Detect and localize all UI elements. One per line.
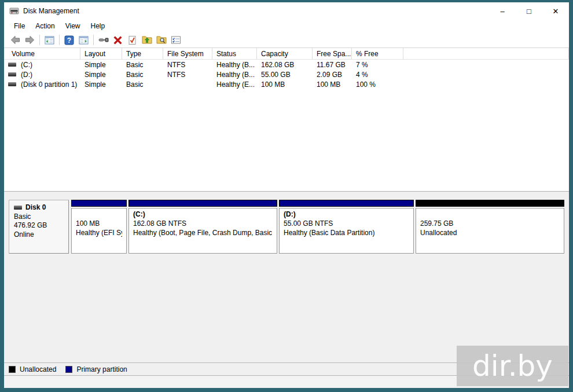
folder-up-button[interactable]	[139, 34, 154, 47]
disk-graphical-view: Disk 0 Basic 476.92 GB Online 100 MB Hea…	[4, 195, 569, 362]
pane-splitter[interactable]	[4, 191, 569, 195]
partition-unallocated[interactable]: 259.75 GB Unallocated	[416, 200, 564, 254]
volume-layout: Simple	[80, 80, 122, 89]
volume-layout: Simple	[80, 71, 122, 79]
partition-strip-3	[416, 200, 564, 207]
column-header-volume[interactable]: Volume	[4, 48, 80, 59]
action-pane-button[interactable]	[76, 34, 91, 47]
partition-body: (C:) 162.08 GB NTFS Healthy (Boot, Page …	[128, 208, 277, 254]
volume-name: (C:)	[21, 61, 32, 69]
volume-type: Basic	[122, 80, 163, 89]
volume-pct-free: 7 %	[352, 61, 403, 69]
explore-folder-icon	[156, 35, 167, 45]
toolbar-separator	[59, 35, 60, 45]
partition-c[interactable]: (C:) 162.08 GB NTFS Healthy (Boot, Page …	[128, 200, 277, 254]
window-title: Disk Management	[23, 7, 79, 15]
legend-label: Primary partition	[76, 365, 127, 373]
volume-capacity: 100 MB	[257, 80, 313, 89]
volume-status: Healthy (E...	[212, 80, 257, 89]
column-header-empty	[403, 48, 569, 59]
close-button[interactable]: ✕	[542, 2, 569, 20]
disk-0-info-panel[interactable]: Disk 0 Basic 476.92 GB Online	[9, 200, 69, 254]
column-header-capacity[interactable]: Capacity	[257, 48, 313, 59]
legend-swatch-0	[9, 366, 16, 373]
window-controls: – □ ✕	[489, 2, 569, 20]
legend-swatch-1	[65, 366, 72, 373]
back-button[interactable]	[8, 34, 23, 47]
remote-computer-button[interactable]	[96, 34, 111, 47]
column-header-layout[interactable]: Layout	[80, 48, 122, 59]
column-header-free-space[interactable]: Free Spa...	[313, 48, 352, 59]
partition-name	[420, 210, 560, 219]
console-tree-button[interactable]	[42, 34, 57, 47]
disk-type: Basic	[14, 213, 64, 222]
menu-file[interactable]: File	[9, 20, 30, 32]
disk-0-row: Disk 0 Basic 476.92 GB Online 100 MB Hea…	[9, 200, 564, 254]
volume-capacity: 162.08 GB	[257, 61, 313, 69]
volume-icon	[8, 63, 16, 67]
maximize-button[interactable]: □	[516, 2, 542, 20]
watermark: dir.by	[457, 346, 568, 386]
toolbar: ?	[4, 32, 569, 48]
partition-name: (D:)	[284, 210, 409, 219]
minimize-button[interactable]: –	[489, 2, 516, 20]
help-button[interactable]: ?	[62, 34, 76, 47]
delete-button[interactable]	[111, 34, 125, 47]
partition-name	[76, 210, 122, 219]
volume-row-d[interactable]: (D:) Simple Basic NTFS Healthy (B... 55.…	[4, 69, 569, 79]
partition-status: Healthy (EFI Sys	[76, 229, 122, 238]
volume-name: (Disk 0 partition 1)	[21, 80, 77, 89]
app-disk-icon	[9, 7, 19, 15]
volume-free-space: 2.09 GB	[313, 71, 352, 79]
volume-type: Basic	[122, 71, 163, 79]
task-list-button[interactable]	[168, 34, 183, 47]
svg-text:?: ?	[67, 36, 71, 45]
partition-body: 259.75 GB Unallocated	[416, 208, 564, 254]
volume-status: Healthy (B...	[212, 71, 257, 79]
volume-pct-free: 4 %	[352, 71, 403, 79]
title-bar: Disk Management – □ ✕	[4, 2, 569, 20]
partition-strip-0	[71, 200, 127, 207]
disk-management-window: Disk Management – □ ✕ File Action View H…	[4, 2, 569, 388]
column-header-status[interactable]: Status	[212, 48, 257, 59]
volume-type: Basic	[122, 61, 163, 69]
help-icon: ?	[64, 35, 74, 45]
column-header-file-system[interactable]: File System	[163, 48, 212, 59]
partition-body: 100 MB Healthy (EFI Sys	[71, 208, 127, 254]
action-pane-icon	[79, 36, 89, 45]
partition-body: (D:) 55.00 GB NTFS Healthy (Basic Data P…	[279, 208, 414, 254]
task-list-icon	[171, 35, 181, 45]
menu-bar: File Action View Help	[4, 20, 569, 32]
volume-list-header: Volume Layout Type File System Status Ca…	[4, 48, 569, 60]
properties-button[interactable]	[125, 34, 139, 47]
volume-fs: NTFS	[163, 71, 212, 79]
column-header-type[interactable]: Type	[122, 48, 163, 59]
legend-unallocated: Unallocated	[9, 365, 56, 373]
volume-free-space: 100 MB	[313, 80, 352, 89]
partition-efi[interactable]: 100 MB Healthy (EFI Sys	[71, 200, 127, 254]
toolbar-separator	[93, 35, 94, 45]
partition-d[interactable]: (D:) 55.00 GB NTFS Healthy (Basic Data P…	[279, 200, 414, 254]
disk-size: 476.92 GB	[14, 221, 64, 230]
menu-action[interactable]: Action	[30, 20, 60, 32]
toolbar-separator	[39, 35, 40, 45]
volume-icon	[8, 82, 16, 86]
menu-help[interactable]: Help	[86, 20, 111, 32]
column-header-pct-free[interactable]: % Free	[352, 48, 403, 59]
remote-computer-icon	[98, 36, 109, 44]
volume-name: (D:)	[21, 71, 32, 79]
partition-size: 100 MB	[76, 219, 122, 229]
properties-check-icon	[127, 35, 137, 45]
forward-icon	[25, 35, 35, 45]
legend-label: Unallocated	[20, 365, 56, 373]
forward-button[interactable]	[23, 34, 37, 47]
partition-strip-2	[279, 200, 414, 207]
volume-row-c[interactable]: (C:) Simple Basic NTFS Healthy (B... 162…	[4, 60, 569, 69]
window-frame: Disk Management – □ ✕ File Action View H…	[0, 0, 573, 392]
volume-fs: NTFS	[163, 61, 212, 69]
partition-size: 259.75 GB	[420, 219, 560, 229]
menu-view[interactable]: View	[60, 20, 86, 32]
volume-list: Volume Layout Type File System Status Ca…	[4, 48, 569, 191]
volume-row-partition1[interactable]: (Disk 0 partition 1) Simple Basic Health…	[4, 79, 569, 89]
explore-button[interactable]	[154, 34, 168, 47]
